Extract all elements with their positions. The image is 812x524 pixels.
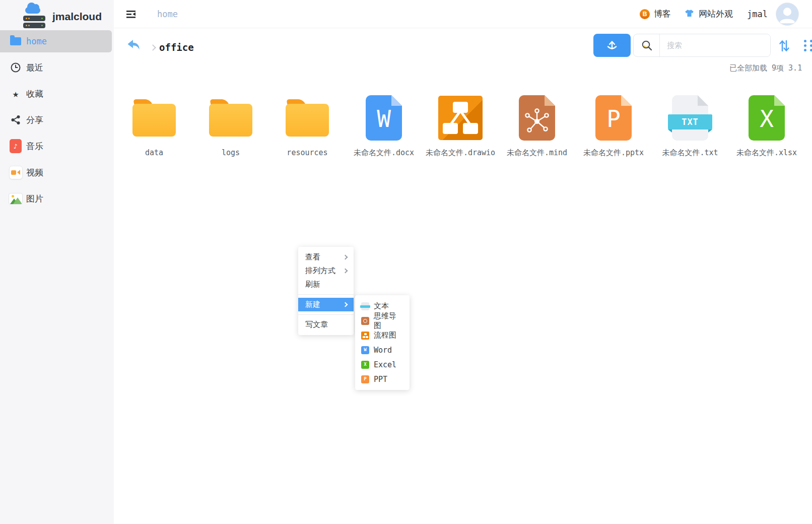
upload-icon [605,38,619,53]
folder-icon [286,99,329,137]
sidebar-item-label: 收藏 [26,88,43,100]
sidebar-item-label: 分享 [26,114,43,126]
mind-file-icon [361,317,369,325]
chevron-right-icon [343,302,348,307]
sidebar-item-video[interactable]: 视频 [0,161,114,183]
chevron-right-icon [150,44,156,51]
txt-file-icon: TXT [672,95,708,141]
file-item-word[interactable]: W 未命名文件.docx [346,94,422,158]
ppt-file-icon: P [361,375,369,383]
sidebar-item-label: 最近 [26,62,43,74]
excel-file-icon: X [361,361,369,369]
word-file-icon: W [366,95,402,141]
sidebar-item-favorites[interactable]: ★ 收藏 [0,83,114,105]
sidebar-nav: home 最近 ★ 收藏 分享 ♪ 音乐 [0,30,114,210]
file-name: resources [287,148,327,157]
picture-file-icon [8,193,23,205]
file-item-excel[interactable]: X 未命名文件.xlsx [728,94,805,158]
blog-label: 博客 [654,8,671,20]
file-name: 未命名文件.mind [507,148,567,158]
sidebar-item-music[interactable]: ♪ 音乐 [0,135,114,157]
context-menu-item-sort[interactable]: 排列方式 [298,264,354,278]
sidebar-item-home[interactable]: home [0,30,112,52]
file-name: 未命名文件.drawio [426,148,495,158]
file-manager-window: jmalcloud home 最近 ★ 收藏 分享 [0,0,812,524]
folder-icon [8,37,23,45]
avatar[interactable] [776,3,799,26]
file-item-txt[interactable]: TXT 未命名文件.txt [652,94,728,158]
file-name: logs [222,148,240,157]
breadcrumb[interactable]: home [157,9,178,19]
file-name: data [145,148,163,157]
excel-file-icon: X [749,95,785,141]
context-menu-item-write-article[interactable]: 写文章 [298,318,354,332]
context-menu-item-view[interactable]: 查看 [298,250,354,264]
submenu-item-excel[interactable]: X Excel [355,357,410,372]
file-name: 未命名文件.pptx [583,148,644,158]
file-item-ppt[interactable]: P 未命名文件.pptx [575,94,652,158]
folder-icon [209,99,252,137]
blog-link[interactable]: B 博客 [640,8,671,20]
file-name: 未命名文件.xlsx [736,148,797,158]
app-logo[interactable]: jmalcloud [0,0,114,29]
current-folder-name[interactable]: office [159,42,194,53]
submenu-item-word[interactable]: W Word [355,343,410,357]
folder-icon [132,99,176,137]
context-menu-item-new[interactable]: 新建 [298,298,354,311]
sidebar-item-pictures[interactable]: 图片 [0,187,114,210]
chevron-right-icon [343,269,348,274]
upload-button[interactable] [593,34,631,57]
submenu-item-mindmap[interactable]: 思维导图 [355,313,410,328]
file-item-folder[interactable]: logs [192,94,269,158]
search-box [633,34,771,57]
sidebar-item-label: 音乐 [26,141,43,152]
video-file-icon [8,166,23,179]
submenu-item-ppt[interactable]: P PPT [355,372,410,386]
mind-file-icon [519,95,555,141]
username[interactable]: jmal [747,9,768,19]
drawio-file-icon [361,332,369,340]
file-name: 未命名文件.docx [354,148,414,158]
sidebar-item-label: home [26,36,47,46]
clock-icon [8,62,23,73]
topbar-actions: B 博客 网站外观 jmal [640,3,812,26]
drawio-file-icon [438,96,483,140]
file-name: 未命名文件.txt [662,148,718,158]
app-title: jmalcloud [52,11,102,23]
sidebar-item-share[interactable]: 分享 [0,109,114,131]
context-menu-item-refresh[interactable]: 刷新 [298,278,354,291]
blog-icon: B [640,9,650,19]
file-item-folder[interactable]: resources [269,94,346,158]
txt-file-icon [361,302,369,310]
share-icon [8,114,23,125]
sidebar-item-recent[interactable]: 最近 [0,56,114,79]
search-input[interactable] [660,34,770,56]
cloud-server-logo-icon [23,5,46,29]
context-menu: 查看 排列方式 刷新 新建 写文章 [298,247,354,335]
file-item-drawio[interactable]: 未命名文件.drawio [422,94,499,158]
grid-view-icon[interactable] [804,40,812,53]
topbar: home B 博客 网站外观 jmal [114,0,812,28]
music-file-icon: ♪ [8,139,23,153]
star-icon: ★ [8,89,23,99]
sidebar: jmalcloud home 最近 ★ 收藏 分享 [0,0,114,524]
tshirt-icon [684,9,695,20]
site-appearance-label: 网站外观 [699,8,733,20]
path-breadcrumb: office [151,42,194,53]
back-button[interactable] [126,38,141,54]
menu-divider [298,294,354,295]
ppt-file-icon: P [595,95,632,141]
load-status: 已全部加载 9项 3.1 [729,63,802,73]
sidebar-item-label: 视频 [26,167,43,178]
site-appearance-link[interactable]: 网站外观 [684,8,733,20]
sort-icon[interactable] [777,38,792,55]
new-submenu: 文本 思维导图 流程图 W Word X Excel P PPT [355,295,410,390]
word-file-icon: W [361,346,369,354]
file-grid: data logs resources W 未命名文件.docx [116,94,805,158]
file-item-folder[interactable]: data [116,94,192,158]
collapse-sidebar-icon[interactable] [125,8,137,20]
search-icon[interactable] [634,34,660,56]
file-item-mind[interactable]: 未命名文件.mind [499,94,575,158]
sidebar-item-label: 图片 [26,193,43,205]
chevron-right-icon [343,255,348,260]
